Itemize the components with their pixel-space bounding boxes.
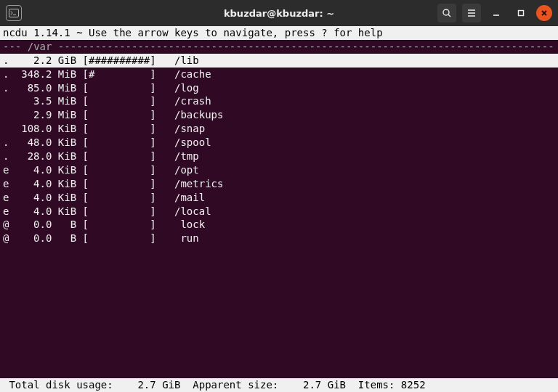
item-flag: @: [3, 232, 15, 245]
item-flag: e: [3, 205, 15, 219]
item-name: /metrics: [174, 177, 555, 191]
item-bar: [# ]: [76, 68, 174, 81]
item-flag: [3, 108, 15, 122]
item-bar: [ ]: [76, 205, 174, 219]
item-name: /opt: [174, 163, 555, 177]
item-bar: [ ]: [76, 163, 174, 177]
item-name: /cache: [174, 68, 555, 81]
item-size: 2.2 GiB: [15, 54, 76, 68]
item-flag: @: [3, 218, 15, 232]
item-flag: .: [3, 81, 15, 95]
list-item[interactable]: e4.0 KiB [ ] /opt: [0, 163, 558, 177]
item-size: 4.0 KiB: [15, 205, 76, 219]
list-item[interactable]: e4.0 KiB [ ] /metrics: [0, 177, 558, 191]
list-item[interactable]: .348.2 MiB [# ] /cache: [0, 68, 558, 81]
minimize-button[interactable]: [487, 4, 506, 23]
list-item[interactable]: 2.9 MiB [ ] /backups: [0, 108, 558, 122]
svg-point-1: [443, 9, 449, 15]
item-bar: [ ]: [76, 108, 174, 122]
item-bar: [ ]: [76, 122, 174, 136]
item-name: /crash: [174, 94, 555, 108]
item-flag: .: [3, 68, 15, 81]
item-bar: [ ]: [76, 150, 174, 163]
titlebar: kbuzdar@kbuzdar: ~: [0, 0, 558, 26]
list-item[interactable]: 108.0 KiB [ ] /snap: [0, 122, 558, 136]
list-item[interactable]: .28.0 KiB [ ] /tmp: [0, 150, 558, 163]
terminal-body[interactable]: ncdu 1.14.1 ~ Use the arrow keys to navi…: [0, 26, 558, 392]
item-flag: .: [3, 150, 15, 163]
item-size: 2.9 MiB: [15, 108, 76, 122]
item-flag: [3, 122, 15, 136]
item-name: /mail: [174, 191, 555, 205]
ncdu-listing: .2.2 GiB [##########] /lib.348.2 MiB [# …: [0, 54, 558, 378]
ncdu-path-divider: --- /var -------------------------------…: [0, 40, 558, 54]
list-item[interactable]: @0.0 B [ ] run: [0, 232, 558, 245]
item-size: 3.5 MiB: [15, 94, 76, 108]
list-item[interactable]: e4.0 KiB [ ] /mail: [0, 191, 558, 205]
search-button[interactable]: [437, 4, 456, 23]
item-size: 4.0 KiB: [15, 191, 76, 205]
item-bar: [ ]: [76, 94, 174, 108]
item-name: /lib: [174, 54, 555, 68]
svg-rect-2: [519, 11, 524, 16]
item-name: /log: [174, 81, 555, 95]
item-name: /spool: [174, 136, 555, 150]
item-flag: .: [3, 136, 15, 150]
titlebar-left: [6, 5, 22, 21]
item-name: /snap: [174, 122, 555, 136]
item-bar: [ ]: [76, 191, 174, 205]
item-size: 0.0 B: [15, 232, 76, 245]
list-item[interactable]: e4.0 KiB [ ] /local: [0, 205, 558, 219]
list-item[interactable]: 3.5 MiB [ ] /crash: [0, 94, 558, 108]
list-item[interactable]: @0.0 B [ ] lock: [0, 218, 558, 232]
item-bar: [ ]: [76, 232, 174, 245]
item-bar: [ ]: [76, 136, 174, 150]
item-bar: [##########]: [76, 54, 174, 68]
svg-rect-0: [9, 9, 19, 17]
terminal-app-icon[interactable]: [6, 5, 22, 21]
item-size: 4.0 KiB: [15, 163, 76, 177]
titlebar-right: [437, 4, 552, 23]
item-size: 108.0 KiB: [15, 122, 76, 136]
list-item[interactable]: .48.0 KiB [ ] /spool: [0, 136, 558, 150]
item-name: run: [174, 232, 555, 245]
item-flag: e: [3, 191, 15, 205]
item-bar: [ ]: [76, 177, 174, 191]
item-flag: [3, 94, 15, 108]
item-size: 28.0 KiB: [15, 150, 76, 163]
item-bar: [ ]: [76, 218, 174, 232]
item-name: /tmp: [174, 150, 555, 163]
list-item[interactable]: .2.2 GiB [##########] /lib: [0, 54, 558, 68]
ncdu-header: ncdu 1.14.1 ~ Use the arrow keys to navi…: [0, 26, 558, 40]
item-size: 348.2 MiB: [15, 68, 76, 81]
item-bar: [ ]: [76, 81, 174, 95]
item-size: 4.0 KiB: [15, 177, 76, 191]
item-size: 0.0 B: [15, 218, 76, 232]
terminal-window: kbuzdar@kbuzdar: ~ ncdu 1.14.1 ~ Use the…: [0, 0, 558, 392]
item-flag: .: [3, 54, 15, 68]
menu-button[interactable]: [462, 4, 481, 23]
item-size: 48.0 KiB: [15, 136, 76, 150]
list-item[interactable]: .85.0 MiB [ ] /log: [0, 81, 558, 95]
item-flag: e: [3, 177, 15, 191]
ncdu-footer: Total disk usage: 2.7 GiB Apparent size:…: [0, 378, 558, 392]
item-name: /backups: [174, 108, 555, 122]
item-name: /local: [174, 205, 555, 219]
item-flag: e: [3, 163, 15, 177]
item-name: lock: [174, 218, 555, 232]
close-button[interactable]: [536, 5, 552, 21]
maximize-button[interactable]: [512, 4, 530, 23]
item-size: 85.0 MiB: [15, 81, 76, 95]
